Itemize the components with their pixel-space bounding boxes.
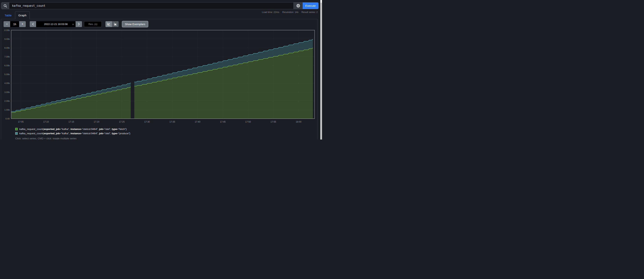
show-exemplars-button[interactable]: Show Exemplars — [122, 21, 148, 27]
resolution-input[interactable] — [84, 21, 102, 27]
y-tick-label: 2.00k — [4, 100, 10, 102]
y-tick-label: 8.00k — [4, 47, 10, 49]
x-tick-label: 17:30 — [144, 121, 150, 123]
clear-datetime-icon[interactable]: × — [72, 23, 74, 25]
y-tick-label: 4.00k — [4, 82, 10, 84]
x-tick-label: 17:10 — [43, 121, 49, 123]
datetime-value: 2022-12-21 18:03:08 — [44, 23, 68, 25]
line-chart-toggle-button[interactable] — [106, 21, 112, 27]
legend-swatch — [15, 128, 18, 130]
legend-label: kafka_request_count{exported_job="kafka"… — [19, 132, 130, 135]
duration-input[interactable] — [10, 21, 19, 27]
y-tick-label: 10.00k — [4, 29, 10, 31]
x-tick-label: 17:40 — [195, 121, 200, 123]
graph-panel: − + 2022-12-21 18:03:08 × — [1, 19, 318, 139]
execute-button[interactable]: Execute — [303, 2, 318, 9]
scrollbar-track[interactable] — [320, 0, 322, 139]
result-series: Result series: 2 — [302, 11, 318, 13]
y-tick-label: 0.00 — [6, 118, 10, 120]
chart-type-toggle — [106, 21, 118, 27]
legend-hint: Click: select series, CMD + click: toggl… — [15, 137, 130, 139]
graph-chart[interactable]: 0.001.00k2.00k3.00k4.00k5.00k6.00k7.00k8… — [4, 28, 316, 124]
stacked-chart-icon — [114, 22, 117, 26]
load-time: Load time: 22ms — [262, 11, 279, 13]
decrease-duration-button[interactable]: − — [4, 21, 10, 27]
x-tick-label: 17:20 — [94, 121, 100, 123]
legend-series-1[interactable]: kafka_request_count{exported_job="kafka"… — [15, 132, 130, 135]
time-globe-button[interactable] — [294, 2, 303, 9]
x-tick-label: 17:50 — [245, 121, 251, 123]
x-tick-label: 17:25 — [119, 121, 125, 123]
query-stats: Load time: 22msResolution: 14sResult ser… — [259, 11, 318, 13]
line-chart-icon — [107, 22, 110, 26]
globe-icon — [296, 4, 300, 8]
datetime-control: 2022-12-21 18:03:08 × — [30, 21, 82, 27]
resolution: Resolution: 14s — [282, 11, 298, 13]
time-forward-button[interactable] — [76, 21, 82, 27]
x-tick-label: 18:00 — [296, 121, 301, 123]
increase-duration-button[interactable]: + — [19, 21, 26, 27]
y-tick-label: 7.00k — [4, 55, 10, 58]
legend-series-0[interactable]: kafka_request_count{exported_job="kafka"… — [15, 128, 130, 130]
x-tick-label: 17:55 — [270, 121, 276, 123]
stacked-chart-toggle-button[interactable] — [112, 21, 118, 27]
y-tick-label: 9.00k — [4, 38, 10, 40]
y-tick-label: 3.00k — [4, 91, 10, 93]
chevron-right-icon — [78, 23, 80, 25]
scrollbar-thumb[interactable] — [320, 3, 322, 139]
x-tick-label: 17:45 — [220, 121, 226, 123]
duration-control: − + — [4, 21, 26, 27]
datetime-input[interactable]: 2022-12-21 18:03:08 × — [36, 21, 76, 27]
x-tick-label: 17:15 — [68, 121, 74, 123]
legend-label: kafka_request_count{exported_job="kafka"… — [19, 128, 126, 130]
search-icon — [1, 2, 9, 9]
query-bar: kafka_request_count Execute — [1, 2, 318, 9]
tab-table[interactable]: Table — [1, 11, 15, 19]
y-tick-label: 5.00k — [4, 73, 10, 75]
x-tick-label: 17:35 — [170, 121, 175, 123]
legend-swatch — [15, 132, 18, 135]
y-tick-label: 6.00k — [4, 64, 10, 67]
time-back-button[interactable] — [30, 21, 36, 27]
x-tick-label: 17:05 — [18, 121, 24, 123]
chart-legend: kafka_request_count{exported_job="kafka"… — [15, 128, 130, 139]
tab-graph[interactable]: Graph — [15, 11, 30, 19]
chevron-left-icon — [32, 23, 34, 25]
query-input[interactable]: kafka_request_count — [9, 2, 294, 9]
y-tick-label: 1.00k — [4, 109, 10, 111]
